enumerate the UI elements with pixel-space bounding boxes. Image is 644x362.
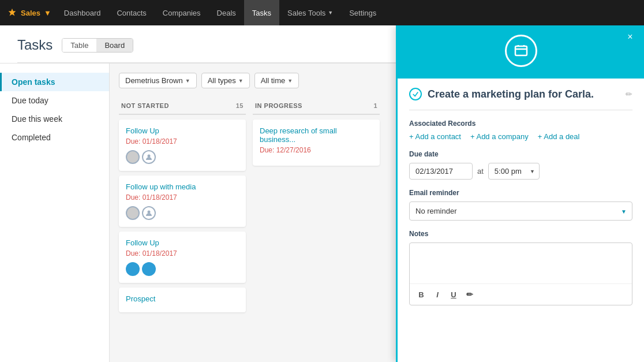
eraser-button[interactable]: ✏	[463, 288, 477, 301]
panel-task-title: Create a marketing plan for Carla.	[428, 88, 620, 100]
filter-time-chevron-icon: ▼	[287, 78, 293, 84]
page-title: Tasks	[17, 37, 53, 53]
add-deal-link[interactable]: + Add a deal	[538, 132, 580, 141]
reminder-select-wrap: No reminder 1 hour before 1 day before 1…	[409, 201, 632, 221]
svg-point-0	[148, 155, 151, 158]
associated-records-section: Associated Records + Add a contact + Add…	[409, 120, 632, 141]
panel-icon-area	[398, 64, 644, 67]
task-avatars	[126, 150, 239, 164]
tab-board[interactable]: Board	[96, 39, 133, 52]
associated-records-label: Associated Records	[409, 120, 632, 128]
due-date-input[interactable]	[409, 163, 473, 180]
notes-label: Notes	[409, 230, 632, 238]
sidebar: Open tasks Due today Due this week Compl…	[0, 64, 110, 362]
task-title[interactable]: Follow up with media	[126, 182, 239, 191]
task-complete-toggle[interactable]	[409, 88, 422, 100]
top-navigation: Sales ▼ Dashboard Contacts Companies Dea…	[0, 0, 644, 25]
add-contact-link[interactable]: + Add a contact	[409, 132, 461, 141]
time-select[interactable]: 5:00 pm 5:30 pm 6:00 pm	[488, 163, 540, 180]
panel-header: ×	[398, 64, 644, 79]
task-due: Due: 12/27/2016	[260, 146, 373, 154]
assoc-links: + Add a contact + Add a company + Add a …	[409, 132, 632, 141]
email-reminder-section: Email reminder No reminder 1 hour before…	[409, 189, 632, 221]
task-title[interactable]: Follow Up	[126, 126, 239, 135]
task-card[interactable]: Follow Up Due: 01/18/2017	[119, 120, 246, 171]
panel-task-header: Create a marketing plan for Carla. ✏	[409, 88, 632, 110]
due-date-section: Due date at 5:00 pm 5:30 pm 6:00 pm	[409, 150, 632, 180]
notes-editor: B I U ✏	[409, 242, 632, 305]
panel-content: Create a marketing plan for Carla. ✏ Ass…	[398, 79, 644, 362]
due-date-label: Due date	[409, 150, 632, 158]
filter-type[interactable]: All types ▼	[201, 73, 250, 88]
task-due: Due: 01/18/2017	[126, 137, 239, 145]
notes-section: Notes B I U ✏	[409, 230, 632, 305]
tab-table[interactable]: Table	[62, 39, 96, 52]
sidebar-item-open-tasks[interactable]: Open tasks	[0, 73, 109, 91]
avatar	[126, 262, 140, 276]
at-label: at	[477, 167, 484, 176]
sales-tools-chevron-icon: ▼	[328, 10, 333, 16]
filter-type-chevron-icon: ▼	[238, 78, 244, 84]
main-layout: Tasks Table Board Open tasks Due today D…	[0, 25, 644, 362]
avatar	[126, 206, 140, 220]
nav-item-dashboard[interactable]: Dashboard	[56, 0, 109, 25]
add-company-link[interactable]: + Add a company	[470, 132, 529, 141]
edit-icon[interactable]: ✏	[626, 89, 632, 99]
avatar	[142, 262, 156, 276]
panel-icon-circle	[505, 64, 537, 67]
avatar	[142, 150, 156, 164]
reminder-select[interactable]: No reminder 1 hour before 1 day before 1…	[409, 201, 632, 221]
column-header-in-progress: IN PROGRESS 1	[253, 98, 380, 115]
brand-chevron-icon: ▼	[44, 9, 51, 17]
nav-item-tasks[interactable]: Tasks	[244, 0, 279, 25]
nav-item-deals[interactable]: Deals	[209, 0, 244, 25]
task-card[interactable]: Follow Up Due: 01/18/2017	[119, 232, 246, 283]
underline-button[interactable]: U	[447, 288, 460, 301]
brand-logo[interactable]: Sales ▼	[7, 8, 51, 18]
task-avatars	[126, 206, 239, 220]
column-in-progress: IN PROGRESS 1 Deep research of small bus…	[253, 98, 380, 329]
nav-item-companies[interactable]: Companies	[155, 0, 209, 25]
notes-toolbar: B I U ✏	[410, 283, 632, 305]
content-area: Open tasks Due today Due this week Compl…	[0, 64, 644, 362]
time-select-wrap: 5:00 pm 5:30 pm 6:00 pm	[488, 163, 540, 180]
task-title[interactable]: Follow Up	[126, 238, 239, 247]
italic-button[interactable]: I	[430, 288, 444, 301]
task-title[interactable]: Deep research of small business...	[260, 126, 373, 144]
brand-label: Sales	[21, 9, 40, 17]
column-header-not-started: NOT STARTED 15	[119, 98, 246, 115]
right-panel: ×	[396, 64, 644, 362]
sidebar-item-due-this-week[interactable]: Due this week	[0, 110, 109, 128]
nav-item-settings[interactable]: Settings	[341, 0, 384, 25]
bold-button[interactable]: B	[414, 288, 428, 301]
task-title[interactable]: Prospect	[126, 294, 239, 303]
reminder-label: Email reminder	[409, 189, 632, 197]
notes-input[interactable]	[410, 243, 632, 283]
avatar	[126, 150, 140, 164]
task-card[interactable]: Prospect	[119, 288, 246, 312]
sidebar-item-due-today[interactable]: Due today	[0, 91, 109, 110]
due-date-row: at 5:00 pm 5:30 pm 6:00 pm	[409, 163, 632, 180]
filter-time[interactable]: All time ▼	[254, 73, 299, 88]
task-avatars	[126, 262, 239, 276]
task-card[interactable]: Deep research of small business... Due: …	[253, 120, 380, 166]
filter-assignee-chevron-icon: ▼	[185, 78, 190, 84]
task-due: Due: 01/18/2017	[126, 249, 239, 257]
svg-point-1	[148, 211, 151, 214]
task-due: Due: 01/18/2017	[126, 193, 239, 201]
view-tabs: Table Board	[62, 38, 133, 53]
column-not-started: NOT STARTED 15 Follow Up Due: 01/18/2017	[119, 98, 246, 329]
filter-assignee[interactable]: Demetrius Brown ▼	[119, 73, 197, 88]
sidebar-item-completed[interactable]: Completed	[0, 128, 109, 147]
nav-item-contacts[interactable]: Contacts	[108, 0, 154, 25]
avatar	[142, 206, 156, 220]
nav-item-sales-tools[interactable]: Sales Tools ▼	[279, 0, 341, 25]
task-card[interactable]: Follow up with media Due: 01/18/2017	[119, 176, 246, 227]
